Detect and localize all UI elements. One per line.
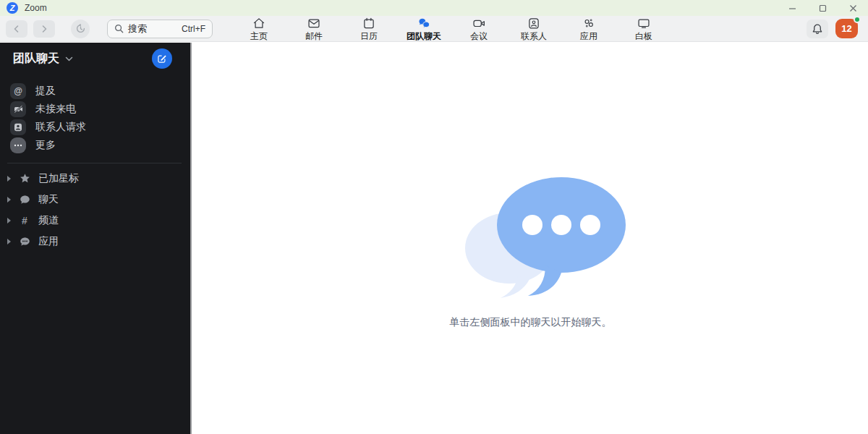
sidebar-item-more[interactable]: 更多	[0, 136, 190, 154]
sidebar-sections: 已加星标 聊天 # 频道 应用	[0, 168, 190, 252]
meetings-icon	[472, 17, 486, 30]
contact-request-icon	[10, 119, 26, 135]
caret-right-icon[interactable]	[7, 176, 11, 182]
tab-apps[interactable]: 应用	[566, 15, 612, 43]
star-icon	[19, 173, 30, 184]
sidebar-section-starred[interactable]: 已加星标	[0, 168, 190, 189]
back-button[interactable]	[6, 20, 27, 38]
sidebar-item-contact-requests[interactable]: 联系人请求	[0, 118, 190, 136]
history-icon	[75, 23, 86, 34]
presence-dot	[854, 16, 861, 23]
chevron-left-icon	[12, 25, 21, 33]
main-panel: 单击左侧面板中的聊天以开始聊天。	[193, 43, 868, 434]
tab-team-chat[interactable]: 团队聊天	[401, 15, 447, 43]
maximize-icon[interactable]	[807, 0, 838, 16]
window-controls	[777, 0, 868, 16]
tab-whiteboard[interactable]: 白板	[621, 15, 667, 43]
search-placeholder: 搜索	[128, 22, 147, 35]
more-icon	[10, 137, 26, 153]
chat-bubbles-illustration	[422, 167, 639, 309]
avatar[interactable]: 12	[835, 19, 858, 38]
team-chat-icon	[416, 17, 432, 30]
sidebar-quick-list: @ 提及 未接来电 联系人请求	[0, 82, 190, 154]
forward-button[interactable]	[33, 20, 55, 38]
compose-icon	[157, 54, 167, 64]
sidebar-section-apps[interactable]: 应用	[0, 231, 190, 252]
empty-hint-text: 单击左侧面板中的聊天以开始聊天。	[422, 316, 639, 329]
apps-bubble-icon	[19, 237, 30, 247]
mention-icon: @	[10, 83, 26, 99]
missed-call-icon	[10, 101, 26, 117]
minimize-icon[interactable]	[777, 0, 807, 16]
tab-meetings[interactable]: 会议	[456, 15, 502, 43]
toolbar-right: 12	[807, 19, 858, 38]
sidebar-section-chats[interactable]: 聊天	[0, 189, 190, 210]
close-icon[interactable]	[838, 0, 868, 16]
sidebar-header: 团队聊天	[0, 43, 190, 75]
sidebar: 团队聊天 @ 提及 未接来电	[0, 43, 192, 434]
caret-right-icon[interactable]	[7, 239, 11, 244]
tab-mail[interactable]: 邮件	[291, 15, 337, 43]
contacts-icon	[527, 17, 541, 30]
sidebar-item-missed-calls[interactable]: 未接来电	[0, 100, 190, 118]
avatar-badge: 12	[841, 23, 851, 34]
tab-calendar[interactable]: 日历	[346, 15, 392, 43]
caret-right-icon[interactable]	[7, 197, 11, 203]
new-chat-button[interactable]	[152, 48, 172, 69]
zoom-logo-icon: Z	[7, 2, 18, 14]
chevron-right-icon	[40, 25, 48, 33]
chevron-down-icon[interactable]	[65, 56, 73, 61]
nav-tabs: 主页 邮件 日历 团队聊天	[231, 15, 671, 43]
notifications-button[interactable]	[807, 20, 828, 38]
toolbar: 搜索 Ctrl+F 主页 邮件 日历	[0, 16, 868, 42]
tab-contacts[interactable]: 联系人	[511, 15, 557, 43]
home-icon	[252, 17, 266, 30]
whiteboard-icon	[637, 17, 651, 30]
bell-icon	[812, 23, 823, 35]
sidebar-item-mentions[interactable]: @ 提及	[0, 82, 190, 100]
sidebar-title[interactable]: 团队聊天	[13, 51, 59, 67]
app-title: Zoom	[25, 3, 47, 13]
apps-icon	[582, 17, 596, 30]
channel-icon: #	[19, 215, 30, 226]
chat-icon	[19, 195, 30, 205]
empty-state: 单击左侧面板中的聊天以开始聊天。	[422, 167, 639, 329]
caret-right-icon[interactable]	[7, 218, 11, 224]
titlebar: Z Zoom	[0, 0, 868, 16]
calendar-icon	[362, 17, 376, 30]
mail-icon	[307, 17, 321, 30]
search-input[interactable]: 搜索 Ctrl+F	[107, 20, 213, 38]
search-shortcut: Ctrl+F	[182, 24, 205, 34]
sidebar-section-channels[interactable]: # 频道	[0, 210, 190, 231]
tab-home[interactable]: 主页	[236, 15, 282, 43]
sidebar-divider	[7, 163, 182, 163]
history-button[interactable]	[71, 20, 90, 38]
search-icon	[114, 24, 124, 33]
